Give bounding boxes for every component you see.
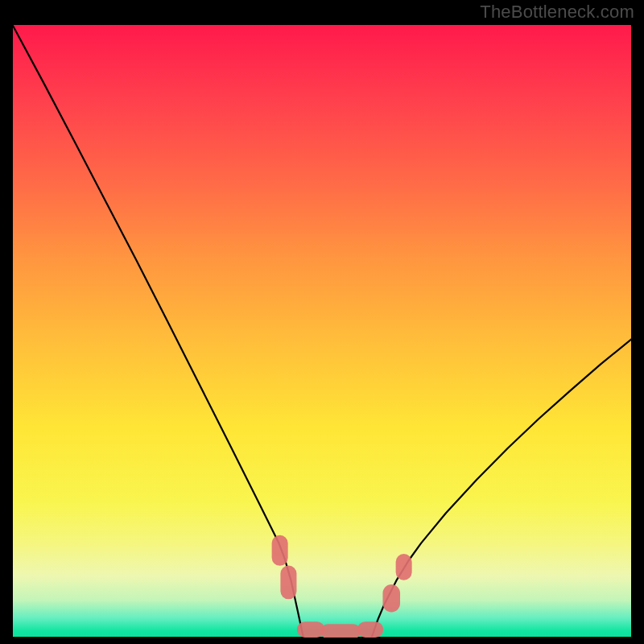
bottleneck-curve [12,24,632,638]
attribution-text: TheBottleneck.com [480,2,634,23]
curve-lines [12,24,632,638]
chart-svg [12,24,632,638]
valley-left [297,621,325,638]
right-cluster-upper [396,554,412,580]
right-cluster-lower [382,584,400,612]
left-cluster-lower [280,565,296,599]
valley-center [320,624,361,638]
chart-stage: TheBottleneck.com [0,0,644,644]
plot-frame [12,24,632,638]
valley-right [357,621,383,638]
left-cluster-upper [272,535,288,566]
marker-group [272,535,412,638]
